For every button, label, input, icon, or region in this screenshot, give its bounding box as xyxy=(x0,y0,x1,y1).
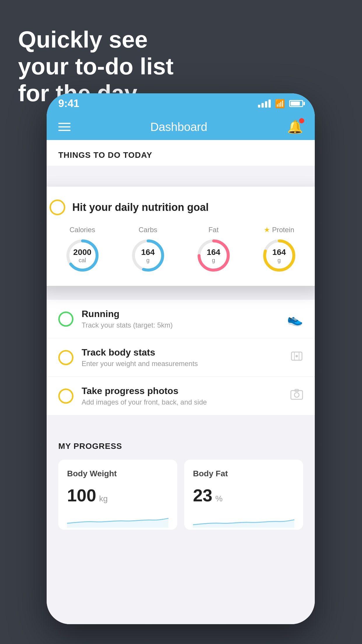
todo-check-body-stats[interactable] xyxy=(58,350,73,365)
nutrition-carbs: Carbs 164 g xyxy=(131,226,166,273)
status-bar: 9:41 📶 xyxy=(47,93,315,114)
running-shoe-icon: 👟 xyxy=(287,312,303,327)
nutrition-fat: Fat 164 g xyxy=(196,226,231,273)
app-header: Dashboard 🔔 xyxy=(47,114,315,140)
todo-list: Running Track your stats (target: 5km) 👟… xyxy=(47,300,315,415)
todo-text-body-stats: Track body stats Enter your weight and m… xyxy=(82,347,282,368)
status-icons: 📶 xyxy=(258,99,303,108)
fat-value: 164 g xyxy=(207,248,220,264)
body-weight-title: Body Weight xyxy=(67,469,168,478)
header-title: Dashboard xyxy=(150,120,208,134)
todo-item-body-stats[interactable]: Track body stats Enter your weight and m… xyxy=(47,338,315,377)
todo-subtitle-running: Track your stats (target: 5km) xyxy=(82,321,279,329)
nutrition-row: Calories 2000 cal xyxy=(50,226,312,273)
todo-check-photos[interactable] xyxy=(58,388,73,404)
protein-label: ★ Protein xyxy=(264,226,294,234)
body-weight-unit: kg xyxy=(99,494,108,503)
phone-frame: 9:41 📶 Dashboard 🔔 xyxy=(47,93,315,624)
carbs-circle: 164 g xyxy=(131,238,166,273)
carbs-label: Carbs xyxy=(138,226,157,234)
carbs-value: 164 g xyxy=(141,248,155,264)
protein-circle: 164 g xyxy=(262,238,297,273)
todo-item-running[interactable]: Running Track your stats (target: 5km) 👟 xyxy=(47,300,315,338)
nutrition-card: Hit your daily nutrition goal Calories xyxy=(47,187,315,286)
scale-icon xyxy=(290,350,303,365)
todo-text-running: Running Track your stats (target: 5km) xyxy=(82,309,279,329)
progress-cards: Body Weight 100 kg Body Fat xyxy=(58,460,303,530)
section-things-today: THINGS TO DO TODAY xyxy=(47,140,315,166)
photo-icon xyxy=(290,388,303,404)
todo-title-running: Running xyxy=(82,309,279,319)
body-weight-chart xyxy=(67,510,168,528)
body-weight-value-row: 100 kg xyxy=(67,485,168,505)
body-fat-card[interactable]: Body Fat 23 % xyxy=(184,460,303,530)
status-time: 9:41 xyxy=(58,97,79,110)
calories-value: 2000 cal xyxy=(73,248,91,264)
todo-title-photos: Take progress photos xyxy=(82,386,282,396)
headline-line2: your to-do list xyxy=(18,53,173,79)
battery-icon xyxy=(289,100,303,107)
signal-icon xyxy=(258,99,271,108)
body-fat-title: Body Fat xyxy=(193,469,294,478)
body-fat-chart xyxy=(193,510,294,528)
nutrition-card-title: Hit your daily nutrition goal xyxy=(72,201,209,214)
svg-point-13 xyxy=(294,393,299,397)
body-fat-number: 23 xyxy=(193,485,212,505)
nutrition-calories: Calories 2000 cal xyxy=(65,226,100,273)
body-weight-number: 100 xyxy=(67,485,96,505)
headline-line1: Quickly see xyxy=(18,27,148,52)
body-fat-unit: % xyxy=(215,494,223,503)
section-things-today-label: THINGS TO DO TODAY xyxy=(58,150,152,160)
progress-section: MY PROGRESS Body Weight 100 kg xyxy=(47,427,315,538)
body-weight-card[interactable]: Body Weight 100 kg xyxy=(58,460,177,530)
protein-value: 164 g xyxy=(272,248,286,264)
body-fat-value-row: 23 % xyxy=(193,485,294,505)
calories-label: Calories xyxy=(69,226,95,234)
svg-point-11 xyxy=(296,355,298,357)
fat-label: Fat xyxy=(208,226,219,234)
todo-subtitle-photos: Add images of your front, back, and side xyxy=(82,398,282,406)
todo-item-photos[interactable]: Take progress photos Add images of your … xyxy=(47,377,315,415)
calories-circle: 2000 cal xyxy=(65,238,100,273)
nutrition-card-title-row: Hit your daily nutrition goal xyxy=(50,200,312,215)
notification-dot xyxy=(299,118,304,123)
app-content: THINGS TO DO TODAY Hit your daily nutrit… xyxy=(47,140,315,624)
wifi-icon: 📶 xyxy=(275,99,285,108)
protein-star-icon: ★ xyxy=(264,226,270,234)
hamburger-menu-icon[interactable] xyxy=(58,123,71,131)
todo-title-body-stats: Track body stats xyxy=(82,347,282,358)
todo-check-running[interactable] xyxy=(58,312,73,327)
fat-circle: 164 g xyxy=(196,238,231,273)
notification-bell-icon[interactable]: 🔔 xyxy=(287,119,303,134)
todo-subtitle-body-stats: Enter your weight and measurements xyxy=(82,360,282,368)
nutrition-check-circle[interactable] xyxy=(50,200,65,215)
nutrition-protein: ★ Protein 164 g xyxy=(262,226,297,273)
progress-header: MY PROGRESS xyxy=(58,442,303,451)
svg-rect-12 xyxy=(291,391,303,399)
todo-text-photos: Take progress photos Add images of your … xyxy=(82,386,282,406)
